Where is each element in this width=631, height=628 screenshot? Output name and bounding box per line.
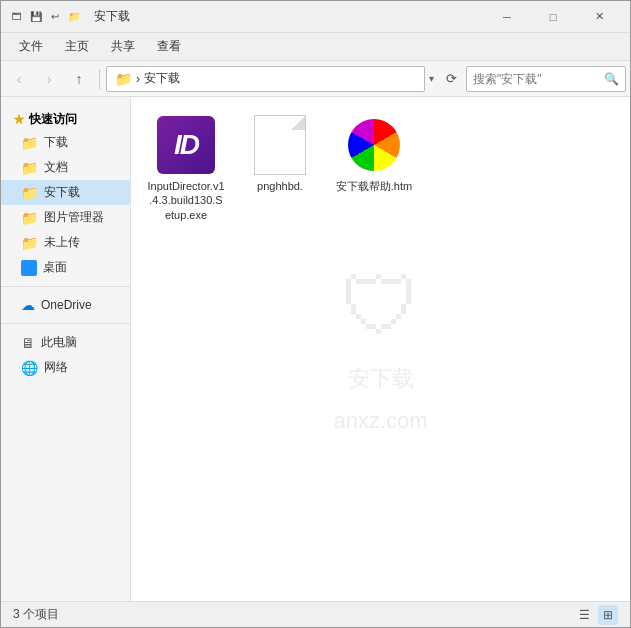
search-input[interactable] bbox=[473, 72, 600, 86]
refresh-button[interactable]: ⟳ bbox=[438, 66, 464, 92]
menu-home[interactable]: 主页 bbox=[55, 34, 99, 59]
sidebar: ★ 快速访问 📁 下载 📁 文档 📁 安下载 📁 图片管理器 📁 未上传 桌面 bbox=[1, 97, 131, 601]
computer-icon: 🖥 bbox=[21, 335, 35, 351]
desktop-icon bbox=[21, 260, 37, 276]
toolbar-separator bbox=[99, 69, 100, 89]
watermark: 🛡 安下载anxz.com bbox=[333, 261, 427, 437]
folder-icon: 📁 bbox=[21, 185, 38, 201]
sidebar-item-this-pc[interactable]: 🖥 此电脑 bbox=[1, 330, 130, 355]
close-button[interactable]: ✕ bbox=[576, 1, 622, 33]
htm-file-label: 安下载帮助.htm bbox=[336, 179, 412, 193]
menu-share[interactable]: 共享 bbox=[101, 34, 145, 59]
network-icon: 🌐 bbox=[21, 360, 38, 376]
menu-file[interactable]: 文件 bbox=[9, 34, 53, 59]
folder-blue-icon: 📁 bbox=[21, 235, 38, 251]
png-file-label: pnghhbd. bbox=[257, 179, 303, 193]
exe-file-icon: ID bbox=[156, 115, 216, 175]
address-folder-name: 安下载 bbox=[144, 70, 180, 87]
save-icon: 💾 bbox=[28, 9, 44, 25]
sidebar-separator-2 bbox=[1, 323, 130, 324]
file-area[interactable]: 🛡 安下载anxz.com ID InputDirector.v1.4.3.bu… bbox=[131, 97, 630, 601]
forward-button[interactable]: › bbox=[35, 65, 63, 93]
sidebar-item-anxz[interactable]: 📁 安下载 bbox=[1, 180, 130, 205]
up-button[interactable]: ↑ bbox=[65, 65, 93, 93]
search-icon[interactable]: 🔍 bbox=[604, 72, 619, 86]
watermark-text: 安下载anxz.com bbox=[333, 366, 427, 433]
sidebar-item-desktop[interactable]: 桌面 bbox=[1, 255, 130, 280]
watermark-icon: 🛡 bbox=[333, 261, 427, 353]
htm-icon-box bbox=[346, 117, 402, 173]
undo-icon: ↩ bbox=[47, 9, 63, 25]
title-bar: 🗔 💾 ↩ 📁 安下载 ─ □ ✕ bbox=[1, 1, 630, 33]
sidebar-item-not-uploaded[interactable]: 📁 未上传 bbox=[1, 230, 130, 255]
item-count: 3 个项目 bbox=[13, 606, 59, 623]
exe-icon-box: ID bbox=[157, 116, 215, 174]
sidebar-item-docs[interactable]: 📁 文档 bbox=[1, 155, 130, 180]
main-container: ★ 快速访问 📁 下载 📁 文档 📁 安下载 📁 图片管理器 📁 未上传 桌面 bbox=[1, 97, 630, 601]
sidebar-item-onedrive[interactable]: ☁ OneDrive bbox=[1, 293, 130, 317]
address-path[interactable]: 📁 › 安下载 bbox=[106, 66, 425, 92]
title-bar-title: 安下载 bbox=[86, 8, 480, 25]
sidebar-separator bbox=[1, 286, 130, 287]
view-controls: ☰ ⊞ bbox=[574, 605, 618, 625]
onedrive-icon: ☁ bbox=[21, 297, 35, 313]
menu-bar: 文件 主页 共享 查看 bbox=[1, 33, 630, 61]
menu-view[interactable]: 查看 bbox=[147, 34, 191, 59]
status-bar: 3 个项目 ☰ ⊞ bbox=[1, 601, 630, 627]
files-grid: ID InputDirector.v1.4.3.build130.Setup.e… bbox=[143, 109, 618, 228]
png-file-icon bbox=[250, 115, 310, 175]
maximize-button[interactable]: □ bbox=[530, 1, 576, 33]
sidebar-item-image-manager[interactable]: 📁 图片管理器 bbox=[1, 205, 130, 230]
back-button[interactable]: ‹ bbox=[5, 65, 33, 93]
file-item-png[interactable]: pnghhbd. bbox=[237, 109, 323, 228]
file-item-exe[interactable]: ID InputDirector.v1.4.3.build130.Setup.e… bbox=[143, 109, 229, 228]
folder-icon: 📁 bbox=[21, 160, 38, 176]
quick-access-title: ★ 快速访问 bbox=[1, 105, 130, 130]
sidebar-item-network[interactable]: 🌐 网络 bbox=[1, 355, 130, 380]
color-wheel-icon bbox=[348, 119, 400, 171]
file-item-htm[interactable]: 安下载帮助.htm bbox=[331, 109, 417, 228]
title-bar-controls: ─ □ ✕ bbox=[484, 1, 622, 33]
address-dropdown[interactable]: ▾ bbox=[427, 73, 436, 84]
exe-file-label: InputDirector.v1.4.3.build130.Setup.exe bbox=[147, 179, 225, 222]
star-icon: ★ bbox=[13, 112, 25, 127]
folder-icon: 📁 bbox=[66, 9, 82, 25]
title-bar-icons: 🗔 💾 ↩ 📁 bbox=[9, 9, 82, 25]
address-text: › bbox=[136, 72, 140, 86]
file-icon: 🗔 bbox=[9, 9, 25, 25]
folder-icon: 📁 bbox=[21, 135, 38, 151]
list-view-button[interactable]: ☰ bbox=[574, 605, 594, 625]
search-box[interactable]: 🔍 bbox=[466, 66, 626, 92]
folder-icon: 📁 bbox=[21, 210, 38, 226]
sidebar-item-download[interactable]: 📁 下载 bbox=[1, 130, 130, 155]
dog-ear bbox=[291, 116, 305, 130]
grid-view-button[interactable]: ⊞ bbox=[598, 605, 618, 625]
toolbar: ‹ › ↑ 📁 › 安下载 ▾ ⟳ 🔍 bbox=[1, 61, 630, 97]
png-icon-box bbox=[254, 115, 306, 175]
minimize-button[interactable]: ─ bbox=[484, 1, 530, 33]
htm-file-icon bbox=[344, 115, 404, 175]
folder-icon: 📁 bbox=[115, 71, 132, 87]
